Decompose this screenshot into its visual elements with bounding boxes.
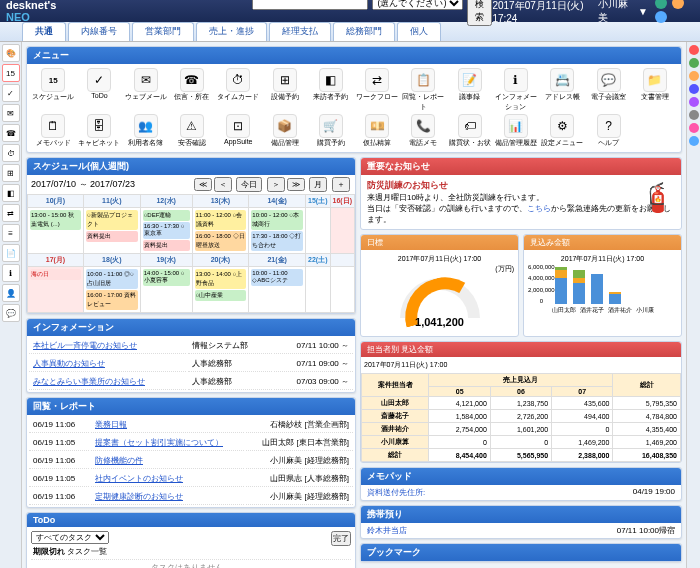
report-link[interactable]: 業務日報 xyxy=(95,420,127,429)
app-5[interactable]: ⊞設備予約 xyxy=(262,68,306,112)
app-4[interactable]: ⏱タイムカード xyxy=(216,68,260,112)
event[interactable]: 13:00 - 14:00 ○上野食品 xyxy=(195,269,247,289)
memo-link[interactable]: 資料送付先住所: xyxy=(367,487,425,498)
rail-item[interactable]: 📄 xyxy=(2,244,20,262)
app-19[interactable]: 📦備品管理 xyxy=(262,114,306,148)
rail-item[interactable]: 💬 xyxy=(2,304,20,322)
app-26[interactable]: ?ヘルプ xyxy=(586,114,630,148)
rail-palette-icon[interactable]: 🎨 xyxy=(2,44,20,62)
info-link[interactable]: 本社ビル一斉停電のお知らせ xyxy=(33,341,137,350)
rail-item[interactable]: ☎ xyxy=(2,124,20,142)
app-7[interactable]: ⇄ワークフロー xyxy=(355,68,399,112)
tab-ext[interactable]: 内線番号 xyxy=(68,22,130,41)
app-24[interactable]: 📊備品管理履歴 xyxy=(494,114,538,148)
presence-link[interactable]: 鈴木井当店 xyxy=(367,525,407,536)
app-11[interactable]: 📇アドレス帳 xyxy=(540,68,584,112)
app-10[interactable]: ℹインフォメーション xyxy=(494,68,538,112)
rail-item[interactable]: ℹ xyxy=(2,264,20,282)
event[interactable]: 14:00 - 15:00 ○小夏容事 xyxy=(143,269,190,286)
search-button[interactable]: 検索 xyxy=(467,0,492,26)
event[interactable]: ○DEF運輸 xyxy=(143,210,190,221)
sched-add[interactable]: ＋ xyxy=(332,177,350,192)
event[interactable]: 16:00 - 17:00 資料レビュー xyxy=(86,290,138,310)
header-user[interactable]: 小川麻美 xyxy=(598,0,632,25)
app-12[interactable]: 💬電子会議室 xyxy=(586,68,630,112)
tab-sales-dept[interactable]: 営業部門 xyxy=(132,22,194,41)
rail-item[interactable]: ✓ xyxy=(2,84,20,102)
ricon[interactable] xyxy=(689,97,699,107)
tasklist-link[interactable]: タスク一覧 xyxy=(67,547,107,556)
tab-progress[interactable]: 売上・進捗 xyxy=(196,22,267,41)
rail-item[interactable]: ◧ xyxy=(2,184,20,202)
rail-item[interactable]: ⊞ xyxy=(2,164,20,182)
rail-item[interactable]: 👤 xyxy=(2,284,20,302)
app-1[interactable]: ✓ToDo xyxy=(77,68,121,112)
event[interactable]: ○山中産業 xyxy=(195,290,247,301)
event[interactable]: 海の日 xyxy=(30,269,81,280)
ricon[interactable] xyxy=(689,110,699,120)
app-8[interactable]: 📋回覧・レポート xyxy=(401,68,445,112)
event[interactable]: 資料提出 xyxy=(86,231,138,242)
report-link[interactable]: 社内イベントのお知らせ xyxy=(95,474,183,483)
app-0[interactable]: 15スケジュール xyxy=(31,68,75,112)
ricon[interactable] xyxy=(689,45,699,55)
tab-common[interactable]: 共通 xyxy=(22,22,66,41)
app-6[interactable]: ◧来訪者予約 xyxy=(309,68,353,112)
bell-icon[interactable] xyxy=(672,0,684,9)
app-14[interactable]: 🗒メモパッド xyxy=(31,114,75,148)
sched-next1[interactable]: ＞ xyxy=(267,177,285,192)
report-link[interactable]: 提案書（セット割引実施について） xyxy=(95,438,223,447)
globe-icon[interactable] xyxy=(655,0,667,9)
app-25[interactable]: ⚙設定メニュー xyxy=(540,114,584,148)
tab-personal[interactable]: 個人 xyxy=(397,22,441,41)
app-21[interactable]: 💴仮払精算 xyxy=(355,114,399,148)
app-15[interactable]: 🗄キャビネット xyxy=(77,114,121,148)
event[interactable]: 資料提出 xyxy=(143,240,190,251)
search-category[interactable]: (選んでください) xyxy=(372,0,463,10)
app-13[interactable]: 📁文書管理 xyxy=(633,68,677,112)
sched-today[interactable]: 今日 xyxy=(236,177,262,192)
event[interactable]: 16:00 - 18:00 ◇日曜昼放送 xyxy=(195,231,247,251)
event[interactable]: 13:00 - 15:00 秋葉電気 (...) xyxy=(30,210,81,230)
app-2[interactable]: ✉ウェブメール xyxy=(124,68,168,112)
rail-item[interactable]: ≡ xyxy=(2,224,20,242)
app-20[interactable]: 🛒購買予約 xyxy=(309,114,353,148)
todo-filter[interactable]: すべてのタスク xyxy=(31,531,109,544)
app-9[interactable]: 📝議事録 xyxy=(448,68,492,112)
todo-done-button[interactable]: 完了 xyxy=(331,531,351,546)
event[interactable]: 10:00 - 11:00 ◎○占山旧居 xyxy=(86,269,138,289)
sched-prev1[interactable]: ＜ xyxy=(214,177,232,192)
notice-link[interactable]: こちら xyxy=(527,204,551,213)
event[interactable]: 17:30 - 18:00 ◇打ち合わせ xyxy=(251,231,303,251)
sched-prev[interactable]: ≪ xyxy=(194,178,212,191)
rail-item[interactable]: ✉ xyxy=(2,104,20,122)
event[interactable]: 11:00 - 12:00 ○会議資料 xyxy=(195,210,247,230)
ricon[interactable] xyxy=(689,123,699,133)
ricon[interactable] xyxy=(689,136,699,146)
event[interactable]: 10:00 - 11:00 ◇ABCシステ xyxy=(251,269,303,286)
app-23[interactable]: 🏷購買状・お状 xyxy=(448,114,492,148)
info-link[interactable]: みなとみらい事業所のお知らせ xyxy=(33,377,145,386)
event[interactable]: ○新製品プロジェクト xyxy=(86,210,138,230)
app-18[interactable]: ⊡AppSuite xyxy=(216,114,260,148)
user-icon[interactable] xyxy=(655,11,667,23)
event[interactable]: 10:00 - 12:00 ○本城商行 xyxy=(251,210,303,230)
rail-item[interactable]: ⇄ xyxy=(2,204,20,222)
search-input[interactable] xyxy=(252,0,368,10)
app-22[interactable]: 📞電話メモ xyxy=(401,114,445,148)
info-link[interactable]: 人事異動のお知らせ xyxy=(33,359,105,368)
app-17[interactable]: ⚠安否確認 xyxy=(170,114,214,148)
tab-accounting[interactable]: 経理支払 xyxy=(269,22,331,41)
app-3[interactable]: ☎伝言・所在 xyxy=(170,68,214,112)
report-link[interactable]: 防修機能の件 xyxy=(95,456,143,465)
report-link[interactable]: 定期健康診断のお知らせ xyxy=(95,492,183,501)
rail-cal-icon[interactable]: 15 xyxy=(2,64,20,82)
ricon[interactable] xyxy=(689,71,699,81)
rail-item[interactable]: ⏱ xyxy=(2,144,20,162)
ricon[interactable] xyxy=(689,84,699,94)
ricon[interactable] xyxy=(689,58,699,68)
sched-month[interactable]: 月 xyxy=(309,177,327,192)
tab-ga[interactable]: 総務部門 xyxy=(333,22,395,41)
event[interactable]: 16:30 - 17:30 ○東京革 xyxy=(143,222,190,239)
app-16[interactable]: 👥利用者名簿 xyxy=(124,114,168,148)
